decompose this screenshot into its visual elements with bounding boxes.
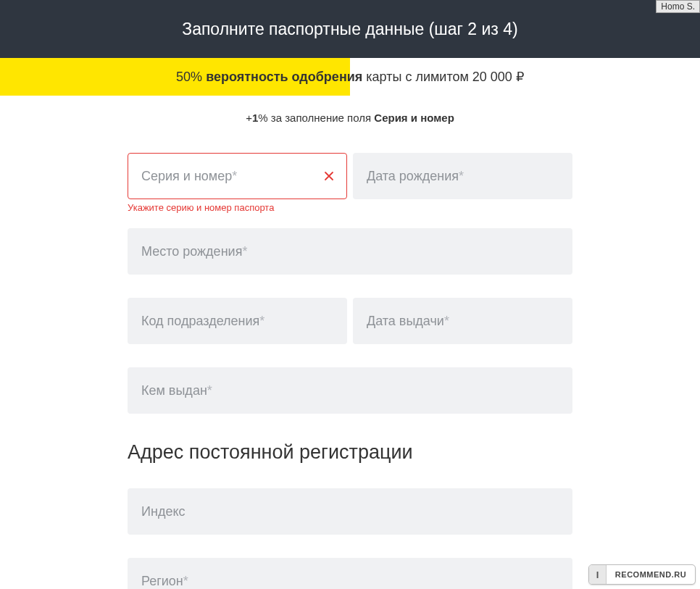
bonus-plus: + [246,112,252,124]
issue-date-input[interactable] [353,298,572,344]
watermark-text: RECOMMEND.RU [607,570,695,579]
region-input[interactable] [128,558,572,589]
close-icon[interactable] [322,170,336,183]
page-title: Заполните паспортные данные (шаг 2 из 4) [182,20,518,39]
dept-code-input[interactable] [128,298,347,344]
field-issued-by: Кем выдан* [128,367,572,414]
field-birth-place: Место рождения* [128,228,572,275]
watermark-icon: I [589,565,607,584]
index-input[interactable] [128,488,572,535]
field-index: Индекс [128,488,572,535]
series-number-input[interactable] [128,153,347,199]
approval-rest: карты с лимитом 20 000 ₽ [362,70,524,84]
form-container: Серия и номер* Укажите серию и номер пас… [128,130,572,589]
field-region: Регион* [128,558,572,589]
field-issue-date: Дата выдачи* [353,298,572,344]
bonus-hint: +1% за заполнение поля Серия и номер [0,96,700,130]
page-header: Заполните паспортные данные (шаг 2 из 4) [0,0,700,58]
field-birth-date: Дата рождения* [353,153,572,199]
birth-date-input[interactable] [353,153,572,199]
bonus-mid: % за заполнение поля [258,112,374,124]
watermark: I RECOMMEND.RU [588,564,696,585]
bonus-field-name: Серия и номер [374,112,454,124]
approval-text: 50% вероятность одобрения карты с лимито… [0,69,700,85]
issued-by-input[interactable] [128,367,572,414]
field-series-number: Серия и номер* Укажите серию и номер пас… [128,153,347,199]
series-number-error: Укажите серию и номер паспорта [128,202,274,213]
birth-place-input[interactable] [128,228,572,275]
address-section-title: Адрес постоянной регистрации [128,441,572,464]
author-tag: Homo S. [656,0,700,13]
field-dept-code: Код подразделения* [128,298,347,344]
approval-bold: вероятность одобрения [206,70,362,84]
approval-percent: 50% [176,70,202,84]
approval-bar: 50% вероятность одобрения карты с лимито… [0,58,700,96]
